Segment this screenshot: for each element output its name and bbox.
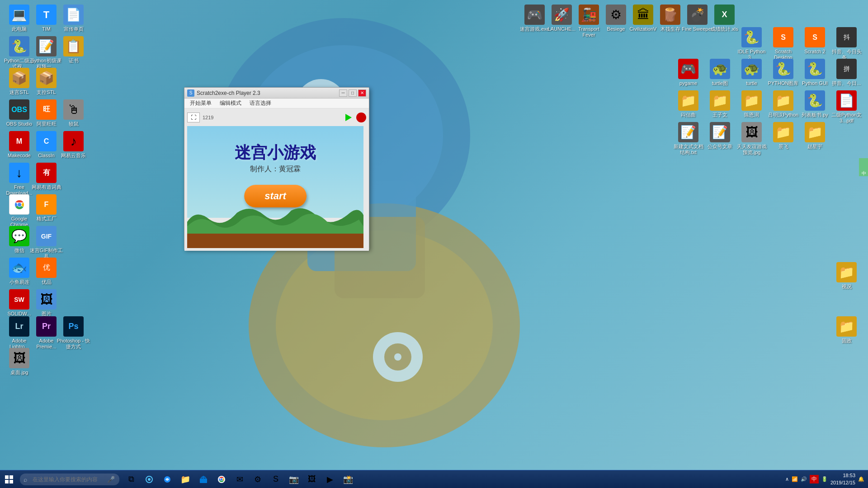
fullscreen-button[interactable]: ⛶ [187,113,200,122]
maze-gif-icon: GIF [36,226,57,246]
python-gui-icon: 🐍 [805,59,825,79]
premiere-icon: Pr [36,316,57,337]
idle-icon: 🐍 [741,27,762,47]
taskbar-network-icon[interactable]: 📶 [792,476,798,482]
taskbar-media[interactable]: ▶ [322,471,338,488]
search-icon: ⌕ [24,476,27,483]
game-jpg-icon: 🖼 [741,122,762,142]
pygame-icon: 🎮 [678,59,698,79]
close-button[interactable]: ✕ [358,89,366,97]
folder-icon: 📁 [741,90,762,111]
taskbar-camera[interactable]: 📷 [286,471,302,488]
desktop-icon-game-jpg[interactable]: 🖼 天天友谊游戏预览.jpg [735,122,769,155]
launcher-icon: 🚀 [552,5,572,25]
icon-label: turtle [746,80,757,86]
desktop-icon-folder-2[interactable]: 📁 王子文 [703,90,737,118]
taskbar-chrome[interactable] [213,471,230,488]
desktop-icon-pygame[interactable]: 🎮 pygame [671,59,705,86]
taskbar-clock[interactable]: 18:53 2019/12/15 [830,472,855,486]
desktop-icon-mouse[interactable]: 🖱 较鼠 [57,99,90,127]
turtle-img-icon: 🐢 [710,59,730,79]
tim-icon: T [36,5,57,25]
desktop-icon-desktop-jpg[interactable]: 🖼 桌面.jpg [2,348,36,375]
desktop-icon-list-py[interactable]: 🐍 列表板书.py [798,90,832,118]
python-beginner-icon: 📝 [36,36,57,56]
taskbar-right-area: ∧ 📶 🔊 中 🔋 18:53 2019/12/15 🔔 [785,472,868,486]
game-title: 迷宫小游戏 [235,142,316,164]
desktop-icon-python-pdf[interactable]: 📄 二级Python文3...pdf [830,90,863,124]
xiaoyuyilian-icon: 🐟 [9,258,29,278]
svg-marker-15 [345,114,352,121]
taskbar-task-view[interactable]: ⧉ [123,471,139,488]
chrome-icon [9,194,29,215]
score-excel-icon: X [714,5,735,25]
desktop-icon-netease-music[interactable]: ♪ 网易云音乐 [57,131,90,159]
taskbar-ie[interactable] [159,471,175,488]
python2-icon: 🐍 [9,36,29,56]
desktop-icon-new-doc[interactable]: 📝 新建文式文档结构.txt [671,122,705,155]
icon-label: 视况 [842,284,852,290]
desktop-icon-folder-4[interactable]: 📁 吕明汉Python [766,90,800,118]
desktop-icon-folder-1[interactable]: 📁 闷估曲 [671,90,705,118]
desktop-icon-public-article[interactable]: 📝 公众号文章 [703,122,737,150]
desktop-icon-youdao[interactable]: 有 网易有道词典 [29,163,63,190]
desktop-icon-guzheng[interactable]: 📁 固政 [830,316,863,344]
taskbar-cortana[interactable] [141,471,157,488]
wangwang-icon: 旺 [36,99,57,120]
grass-hills [187,204,363,235]
desktop-icon-youpin[interactable]: 优 优品 [29,258,63,285]
desktop-icon-python-gui[interactable]: 🐍 Python GUI [798,59,832,86]
green-flag-button[interactable] [343,112,354,123]
taskbar-ime-indicator[interactable]: 中 [810,475,819,483]
desktop-icon-turtle-img[interactable]: 🐢 turtle图 [703,59,737,86]
desktop-icon-folder-5[interactable]: 📁 赵星宇 [798,122,832,150]
desktop-icon-format-factory[interactable]: F 格式工厂 [29,194,63,222]
search-input[interactable] [20,474,119,485]
desktop-icon-idle[interactable]: 🐍 IDLE Python 3... [735,27,769,61]
game-canvas: 迷宫小游戏 制作人：黄冠霖 start [187,126,363,248]
menu-edit[interactable]: 编辑模式 [218,99,243,108]
desktop-icon-python-lib[interactable]: 🐍 PYTHON图库 [766,59,800,86]
desktop-icon-pinyin[interactable]: 拼 拼音、今日... [830,59,863,86]
desktop-icon-douyin[interactable]: 抖 抖音、今日头条... [830,27,863,61]
minimize-button[interactable]: ─ [339,89,347,97]
desktop-icon-view[interactable]: 📁 视况 [830,262,863,290]
desktop-icon-folder-6[interactable]: 📁 景飞 [766,122,800,150]
menu-language[interactable]: 语言选择 [248,99,273,108]
taskbar-notification-arrow[interactable]: ∧ [785,476,789,482]
taskbar-notification-center[interactable]: 🔔 [858,476,864,482]
icon-label: 拼音、今日... [832,80,861,86]
taskbar-settings[interactable]: ⚙ [250,471,266,488]
photoshop-icon: Ps [63,316,84,337]
desktop-icon-photos[interactable]: 🖼 图片 [29,289,63,317]
desktop-icon-folder-3[interactable]: 📁 陈恩润 [735,90,769,118]
taskbar-email[interactable]: ✉ [231,471,248,488]
desktop-icon-ctrl-stl[interactable]: 📦 支控STL [29,68,63,95]
taskbar-store[interactable] [195,471,212,488]
icon-label: 支控STL [37,89,56,95]
taskbar-photos-app[interactable]: 🖼 [304,471,320,488]
desktop-icon-cert[interactable]: 📋 证书 [57,36,90,64]
taskbar-screen-capture[interactable]: 📸 [340,471,356,488]
desktop-icon-turtle[interactable]: 🐢 turtle [735,59,769,86]
red-stop-button[interactable] [356,113,366,122]
ime-sidebar[interactable]: 中 [859,158,868,176]
start-button[interactable] [0,470,18,488]
taskbar-battery-icon[interactable]: 🔋 [821,476,828,482]
icon-label: 网易有道词典 [32,184,61,190]
folder-icon: 📁 [805,122,825,142]
desktop-icon-photoshop[interactable]: Ps Photoshop - 快捷方式 [57,316,90,350]
desktop-icon-scratch2[interactable]: S Scratch 2 [798,27,832,55]
scratch-desktop-icon: S [773,27,793,47]
wechat-icon: 💬 [9,226,29,246]
taskbar-scratch[interactable]: S [268,471,284,488]
desktop-icon-brochure[interactable]: 📄 宣传单页 [57,5,90,32]
desktop-icon-maze-gif[interactable]: GIF 迷宫GIF制作工具 [29,226,63,259]
netease-music-icon: ♪ [63,131,84,151]
maximize-button[interactable]: □ [349,89,357,97]
taskbar-explorer[interactable]: 📁 [177,471,193,488]
menu-start[interactable]: 开始菜单 [188,99,213,108]
desktop-icon-scratch-desktop[interactable]: S Scratch Desktop [766,27,800,61]
ctrl-stl-icon: 📦 [36,68,57,88]
taskbar-volume-icon[interactable]: 🔊 [801,476,807,482]
